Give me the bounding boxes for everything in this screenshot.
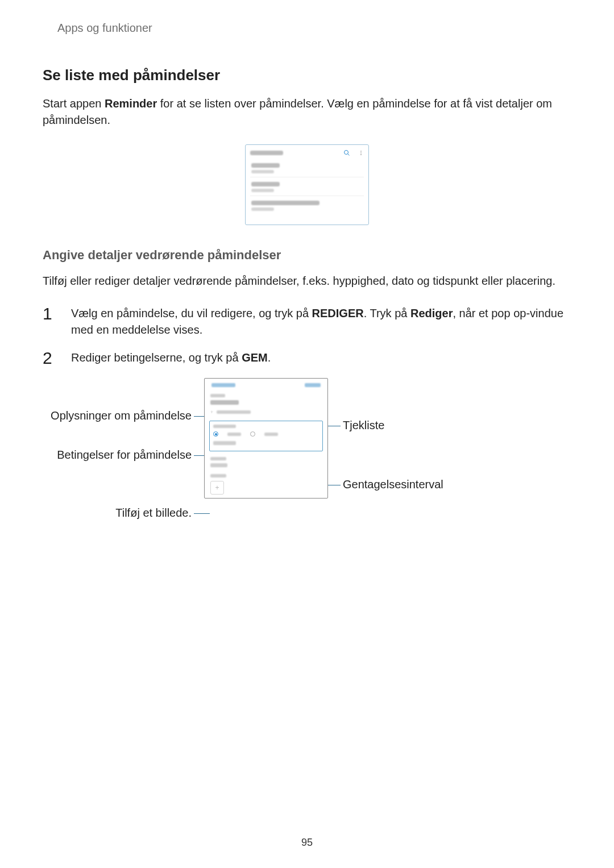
s2-post: . — [268, 351, 271, 364]
p1-bold: Reminder — [105, 97, 157, 110]
image-section: + — [205, 471, 327, 498]
section-title-see-list: Se liste med påmindelser — [43, 67, 571, 84]
callout-repeat: Gentagelsesinterval — [343, 478, 443, 491]
svg-point-0 — [345, 151, 349, 155]
s2-b1: GEM — [242, 351, 268, 364]
reminder-conditions-section — [209, 421, 323, 451]
section-title-details: Angive detaljer vedrørende påmindelser — [43, 248, 571, 263]
p1-pre: Start appen — [43, 97, 105, 110]
callout-info: Oplysninger om påmindelse — [43, 409, 192, 422]
step-number: 1 — [43, 305, 59, 338]
svg-point-3 — [360, 152, 362, 153]
add-checklist-row: + — [210, 409, 322, 415]
radio-place-icon — [250, 431, 255, 437]
svg-point-2 — [360, 151, 362, 152]
callout-add-image: Tilføj et billede. — [43, 506, 192, 520]
step-1: 1 Vælg en påmindelse, du vil redigere, o… — [43, 305, 571, 338]
s1-mid: . Tryk på — [364, 307, 410, 319]
step-number: 2 — [43, 350, 59, 367]
add-image-button: + — [210, 481, 224, 495]
breadcrumb: Apps og funktioner — [57, 22, 571, 35]
callout-checklist: Tjekliste — [343, 419, 384, 432]
section2-paragraph: Tilføj eller rediger detaljer vedrørende… — [43, 273, 571, 289]
callout-line — [194, 513, 210, 514]
cancel-blurred — [211, 383, 235, 387]
svg-point-4 — [360, 154, 362, 155]
screenshot-reminder-list — [245, 144, 369, 225]
section1-paragraph: Start appen Reminder for at se listen ov… — [43, 95, 571, 128]
step-2: 2 Rediger betingelserne, og tryk på GEM. — [43, 350, 571, 367]
page-number: 95 — [0, 837, 614, 849]
screenshot-reminder-edit: + + — [204, 378, 328, 499]
annotated-screenshot-area: Oplysninger om påmindelse Betingelser fo… — [43, 378, 571, 549]
save-blurred — [305, 383, 321, 387]
callout-conditions: Betingelser for påmindelse — [43, 448, 192, 462]
repeat-section — [205, 454, 327, 471]
radio-time-icon — [213, 431, 218, 437]
s1-pre: Vælg en påmindelse, du vil redigere, og … — [71, 307, 312, 319]
s2-pre: Rediger betingelserne, og tryk på — [71, 351, 242, 364]
list-item — [250, 196, 364, 214]
list-item — [250, 159, 364, 177]
search-icon — [343, 149, 350, 156]
more-icon — [358, 149, 364, 156]
list-item — [250, 177, 364, 196]
reminder-info-section: + — [205, 391, 327, 418]
svg-line-1 — [348, 154, 350, 156]
app-title-blurred — [250, 151, 283, 155]
s1-b2: Rediger — [410, 307, 453, 319]
s1-b1: REDIGER — [312, 307, 364, 319]
